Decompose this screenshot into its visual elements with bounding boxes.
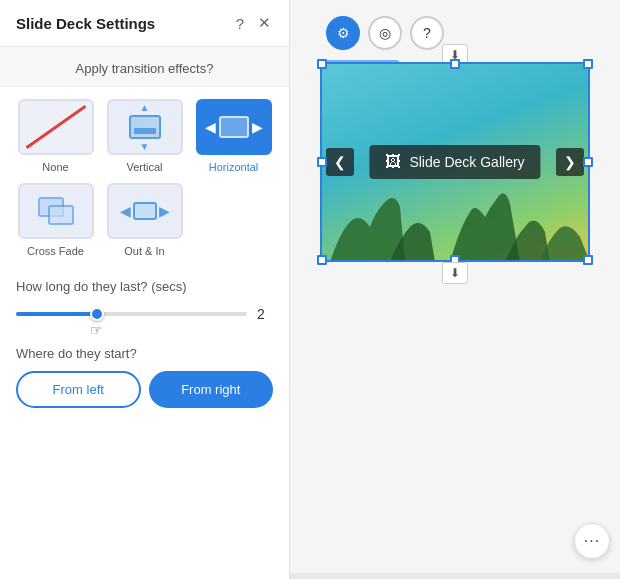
close-button[interactable]: ✕ — [256, 12, 273, 34]
arrow-down-icon: ▼ — [140, 141, 150, 152]
transition-horizontal[interactable]: ◀ ▶ Horizontal — [194, 99, 273, 173]
transition-none-label: None — [42, 161, 68, 173]
gallery-overlay-icon: 🖼 — [385, 153, 401, 171]
outin-icon: ◀ ▶ — [120, 202, 170, 220]
transition-vertical-label: Vertical — [126, 161, 162, 173]
transition-horizontal-label: Horizontal — [209, 161, 259, 173]
slider-track — [16, 312, 247, 316]
from-left-button[interactable]: From left — [16, 371, 141, 408]
settings-icon: ⚙ — [337, 25, 350, 41]
canvas-area: Slider (arrows) ⬇ ❮ 🖼 Slide Deck Gallery… — [320, 62, 590, 262]
transition-vertical-box: ▲ ▼ — [107, 99, 183, 155]
help-toolbar-button[interactable]: ? — [410, 16, 444, 50]
transition-grid: None ▲ ▼ Vertical ◀ — [0, 87, 289, 269]
outin-arrow-left: ◀ — [120, 203, 131, 219]
duration-value: 2 — [257, 306, 273, 322]
transition-section-label: Apply transition effects? — [0, 47, 289, 87]
transition-crossfade[interactable]: Cross Fade — [16, 183, 95, 257]
outin-arrow-right: ▶ — [159, 203, 170, 219]
bottom-center-handle-button[interactable]: ⬇ — [442, 262, 468, 284]
horizontal-img-icon — [219, 116, 249, 138]
panel-content: Apply transition effects? None ▲ ▼ Ve — [0, 47, 289, 579]
start-buttons: From left From right — [16, 371, 273, 408]
outin-img — [133, 202, 157, 220]
start-section: Where do they start? From left From righ… — [0, 330, 289, 418]
right-panel: ⚙ ◎ ? Slider (arrows) ⬇ ❮ 🖼 Slide Deck G… — [290, 0, 620, 579]
settings-toolbar-button[interactable]: ⚙ — [326, 16, 360, 50]
panel-title: Slide Deck Settings — [16, 15, 155, 32]
canvas-toolbar: ⚙ ◎ ? — [326, 16, 444, 50]
hide-icon: ◎ — [379, 25, 391, 41]
transition-crossfade-box — [18, 183, 94, 239]
gallery-nav-right-button[interactable]: ❯ — [556, 148, 584, 176]
duration-label: How long do they last? (secs) — [16, 279, 273, 294]
panel-header: Slide Deck Settings ? ✕ — [0, 0, 289, 47]
duration-slider[interactable]: ☞ — [16, 304, 247, 324]
arrow-up-icon: ▲ — [140, 102, 150, 113]
transition-horizontal-box: ◀ ▶ — [196, 99, 272, 155]
ellipsis-icon: ··· — [584, 532, 600, 550]
slider-thumb[interactable] — [90, 307, 104, 321]
transition-outin[interactable]: ◀ ▶ Out & In — [105, 183, 184, 257]
vertical-icon: ▲ ▼ — [129, 102, 161, 152]
gallery-overlay: 🖼 Slide Deck Gallery — [369, 145, 540, 179]
none-line-icon — [25, 105, 86, 149]
arrow-right-icon: ▶ — [252, 119, 263, 135]
hide-toolbar-button[interactable]: ◎ — [368, 16, 402, 50]
slider-row: ☞ 2 — [16, 304, 273, 324]
help-toolbar-icon: ? — [423, 25, 431, 41]
transition-none-box — [18, 99, 94, 155]
more-options-button[interactable]: ··· — [574, 523, 610, 559]
vertical-img-icon — [129, 115, 161, 139]
left-panel: Slide Deck Settings ? ✕ Apply transition… — [0, 0, 290, 579]
duration-section: How long do they last? (secs) ☞ 2 — [0, 269, 289, 330]
slider-fill — [16, 312, 97, 316]
transition-crossfade-label: Cross Fade — [27, 245, 84, 257]
start-label: Where do they start? — [16, 346, 273, 361]
slider-cursor-icon: ☞ — [90, 322, 103, 338]
arrow-left-icon: ◀ — [205, 119, 216, 135]
help-button[interactable]: ? — [234, 13, 246, 34]
gallery-overlay-text: Slide Deck Gallery — [409, 154, 524, 170]
from-right-button[interactable]: From right — [149, 371, 274, 408]
transition-outin-box: ◀ ▶ — [107, 183, 183, 239]
gallery-nav-left-button[interactable]: ❮ — [326, 148, 354, 176]
plant-silhouette-icon — [320, 182, 590, 262]
transition-outin-label: Out & In — [124, 245, 164, 257]
crossfade-img2 — [48, 205, 74, 225]
header-icons: ? ✕ — [234, 12, 273, 34]
horizontal-icon: ◀ ▶ — [205, 116, 263, 138]
bottom-scroll-bar — [290, 573, 620, 579]
transition-none[interactable]: None — [16, 99, 95, 173]
transition-vertical[interactable]: ▲ ▼ Vertical — [105, 99, 184, 173]
crossfade-icon — [38, 197, 74, 225]
gallery-image: ❮ 🖼 Slide Deck Gallery ❯ — [320, 62, 590, 262]
